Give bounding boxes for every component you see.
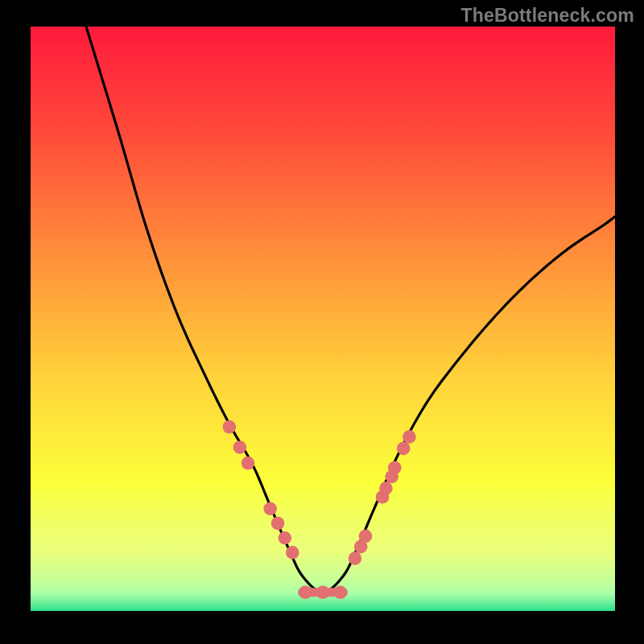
scatter-dot: [242, 456, 255, 470]
scatter-dot: [397, 442, 411, 456]
watermark-text: TheBottleneck.com: [460, 5, 634, 27]
scatter-dot: [379, 481, 393, 495]
scatter-dot: [223, 420, 237, 434]
plot-yellow-overlay: [31, 27, 615, 611]
scatter-dot: [263, 502, 277, 516]
scatter-dot: [286, 546, 299, 559]
scatter-dot: [359, 530, 373, 543]
scatter-dot: [279, 531, 292, 545]
bottleneck-chart: [0, 0, 644, 644]
scatter-dot: [388, 461, 402, 475]
scatter-dot: [349, 551, 362, 565]
chart-container: TheBottleneck.com: [0, 0, 644, 644]
scatter-dot: [333, 585, 347, 599]
scatter-dot: [271, 517, 285, 530]
scatter-dot: [316, 585, 330, 599]
scatter-dot: [299, 585, 312, 599]
scatter-dot: [402, 430, 416, 444]
scatter-dot: [233, 440, 247, 454]
